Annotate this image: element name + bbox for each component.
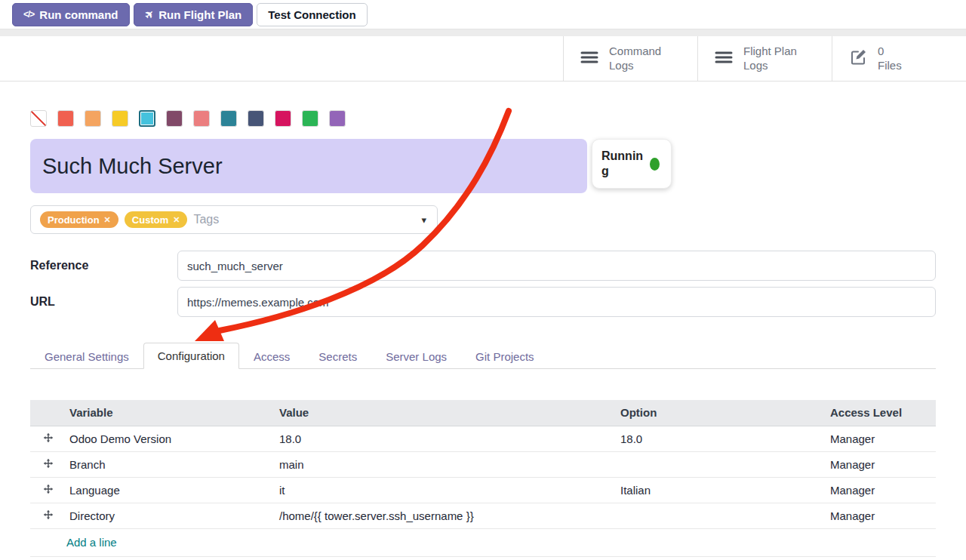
test-connection-label: Test Connection — [268, 8, 355, 21]
add-line-row: Add a line — [30, 529, 936, 557]
cell-variable[interactable]: Branch — [68, 451, 278, 477]
list-icon — [580, 51, 598, 67]
table-row: Odoo Demo Version 18.0 18.0 Manager — [30, 426, 936, 451]
color-picker — [30, 110, 936, 127]
cell-value[interactable]: 18.0 — [278, 426, 619, 451]
variables-table: Variable Value Option Access Level Odoo … — [30, 400, 936, 529]
tags-dropdown-caret-icon[interactable]: ▾ — [421, 214, 426, 226]
table-header-row: Variable Value Option Access Level — [30, 400, 936, 426]
cell-value[interactable]: main — [278, 451, 619, 477]
column-header-option: Option — [619, 400, 829, 426]
edit-pencil-icon — [849, 48, 867, 69]
cell-option[interactable] — [619, 451, 829, 477]
run-flight-plan-button[interactable]: ✈ Run Flight Plan — [134, 3, 254, 26]
color-swatch-purple[interactable] — [166, 110, 183, 127]
tag-custom[interactable]: Custom ✕ — [125, 211, 188, 228]
run-flight-plan-label: Run Flight Plan — [158, 8, 242, 21]
status-label: Running — [601, 149, 644, 179]
cell-access[interactable]: Manager — [829, 451, 936, 477]
drag-handle-icon[interactable] — [30, 426, 68, 451]
form-header: Command Logs Flight Plan Logs 0 Files — [0, 36, 966, 82]
drag-handle-icon[interactable] — [30, 477, 68, 503]
cell-option[interactable]: Italian — [619, 477, 829, 503]
form-sheet: Running Production ✕ Custom ✕ Tags ▾ Ref… — [0, 110, 966, 557]
tab-configuration[interactable]: Configuration — [143, 343, 239, 369]
cell-option[interactable] — [619, 503, 829, 528]
run-command-label: Run command — [39, 8, 118, 21]
tab-git-projects[interactable]: Git Projects — [461, 343, 549, 369]
title-row: Running — [30, 139, 936, 193]
files-button[interactable]: 0 Files — [832, 36, 966, 81]
tags-placeholder: Tags — [193, 213, 219, 226]
table-row: Directory /home/{{ tower.server.ssh_user… — [30, 503, 936, 528]
color-swatch-orange[interactable] — [85, 110, 101, 127]
column-header-variable: Variable — [68, 400, 278, 426]
top-toolbar: </> Run command ✈ Run Flight Plan Test C… — [0, 0, 966, 29]
tag-production[interactable]: Production ✕ — [40, 211, 118, 228]
tags-field[interactable]: Production ✕ Custom ✕ Tags ▾ — [30, 205, 438, 234]
cell-access[interactable]: Manager — [829, 503, 936, 528]
url-field-row: URL — [30, 287, 936, 317]
cell-value[interactable]: it — [278, 477, 619, 503]
color-swatch-red[interactable] — [57, 110, 74, 127]
files-label: 0 Files — [878, 45, 902, 73]
run-command-button[interactable]: </> Run command — [12, 3, 130, 26]
color-swatch-blue[interactable] — [248, 110, 264, 127]
tab-server-logs[interactable]: Server Logs — [371, 343, 461, 369]
plane-icon: ✈ — [142, 7, 157, 22]
tab-general-settings[interactable]: General Settings — [30, 343, 143, 369]
table-row: Language it Italian Manager — [30, 477, 936, 503]
notebook-tabs: General Settings Configuration Access Se… — [30, 343, 936, 369]
color-swatch-teal[interactable] — [220, 110, 237, 127]
cell-access[interactable]: Manager — [829, 426, 936, 451]
reference-field-row: Reference — [30, 251, 936, 281]
tab-secrets[interactable]: Secrets — [304, 343, 371, 369]
tag-custom-label: Custom — [132, 214, 168, 226]
status-card[interactable]: Running — [592, 139, 672, 189]
tab-access[interactable]: Access — [239, 343, 304, 369]
url-label: URL — [30, 295, 177, 309]
flight-plan-logs-label: Flight Plan Logs — [743, 45, 797, 73]
color-swatch-raspberry[interactable] — [275, 110, 291, 127]
tag-production-label: Production — [48, 214, 100, 226]
status-green-dot — [650, 158, 660, 171]
command-logs-button[interactable]: Command Logs — [563, 36, 697, 81]
reference-label: Reference — [30, 259, 177, 272]
command-logs-label: Command Logs — [609, 45, 661, 73]
color-swatch-yellow[interactable] — [112, 110, 128, 127]
cell-variable[interactable]: Directory — [68, 503, 278, 528]
handle-column-header — [30, 400, 68, 426]
tag-remove-icon[interactable]: ✕ — [173, 215, 180, 225]
toolbar-divider-band — [0, 29, 966, 36]
color-swatch-cyan-selected[interactable] — [139, 110, 155, 127]
cell-option[interactable]: 18.0 — [619, 426, 829, 451]
column-header-value: Value — [278, 400, 619, 426]
color-swatch-green[interactable] — [302, 110, 318, 127]
tag-remove-icon[interactable]: ✕ — [104, 215, 111, 225]
drag-handle-icon[interactable] — [30, 503, 68, 528]
add-a-line-link[interactable]: Add a line — [66, 536, 117, 549]
reference-input[interactable] — [177, 251, 936, 281]
table-row: Branch main Manager — [30, 451, 936, 477]
cell-variable[interactable]: Language — [68, 477, 278, 503]
color-swatch-violet[interactable] — [329, 110, 346, 127]
color-swatch-no-color[interactable] — [30, 110, 47, 127]
color-swatch-almond[interactable] — [193, 110, 210, 127]
cell-value[interactable]: /home/{{ tower.server.ssh_username }} — [278, 503, 619, 528]
list-icon — [715, 51, 733, 67]
cell-access[interactable]: Manager — [829, 477, 936, 503]
url-input[interactable] — [177, 287, 936, 317]
test-connection-button[interactable]: Test Connection — [257, 3, 367, 26]
cell-variable[interactable]: Odoo Demo Version — [68, 426, 278, 451]
server-name-input[interactable] — [30, 139, 587, 193]
column-header-access-level: Access Level — [829, 400, 936, 426]
flight-plan-logs-button[interactable]: Flight Plan Logs — [697, 36, 832, 81]
code-icon: </> — [23, 9, 34, 20]
drag-handle-icon[interactable] — [30, 451, 68, 477]
